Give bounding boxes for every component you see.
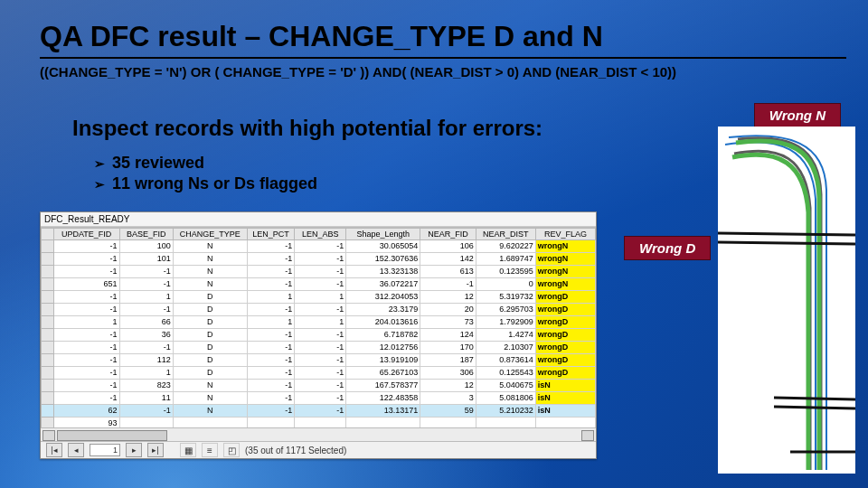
cell: isN [535, 405, 595, 418]
row-handle[interactable] [42, 304, 54, 316]
column-header[interactable]: UPDATE_FID [53, 229, 119, 240]
column-header[interactable]: Shape_Length [346, 229, 420, 240]
table-row[interactable]: -1101N-1-1152.3076361421.689747wrongN [42, 253, 596, 266]
horizontal-scrollbar[interactable] [41, 427, 596, 441]
cell: 187 [420, 354, 476, 367]
table-row[interactable]: 166D11204.013616731.792909wrongD [42, 316, 596, 329]
row-handle[interactable] [42, 316, 54, 329]
column-header[interactable]: NEAR_DIST [476, 229, 535, 240]
cell: 9.620227 [476, 240, 535, 253]
svg-line-3 [774, 407, 855, 408]
cell: 0 [476, 278, 535, 291]
cell: 1 [119, 291, 173, 304]
cell: -1 [53, 253, 119, 266]
cell: -1 [53, 304, 119, 316]
cell: 101 [119, 253, 173, 266]
svg-line-1 [718, 242, 855, 244]
cell: -1 [247, 278, 294, 291]
column-header[interactable]: LEN_PCT [247, 229, 294, 240]
row-handle[interactable] [42, 367, 54, 380]
cell: -1 [247, 380, 294, 392]
toolbar-icon[interactable]: ▦ [180, 443, 196, 457]
row-handle[interactable] [42, 266, 54, 278]
table-row[interactable]: -1100N-1-130.0650541069.620227wrongN [42, 240, 596, 253]
table-row[interactable]: -136D-1-16.7187821241.4274wrongD [42, 329, 596, 342]
cell: 112 [119, 354, 173, 367]
row-handle[interactable] [42, 329, 54, 342]
scroll-thumb[interactable] [57, 430, 167, 441]
cell: 1.689747 [476, 253, 535, 266]
cell: 11 [119, 392, 173, 405]
cell: N [173, 380, 247, 392]
wrong-d-badge: Wrong D [624, 236, 711, 260]
scroll-left-arrow-icon[interactable] [42, 430, 55, 441]
cell: 100 [119, 240, 173, 253]
table-row[interactable]: -1823N-1-1167.578377125.040675isN [42, 380, 596, 392]
cell: D [173, 354, 247, 367]
table-row[interactable]: 62-1N-1-113.13171595.210232isN [42, 405, 596, 418]
cell: 0.123595 [476, 266, 535, 278]
nav-first-button[interactable]: |◂ [46, 443, 62, 457]
cell: wrongD [535, 316, 595, 329]
column-header[interactable]: CHANGE_TYPE [173, 229, 247, 240]
cell: -1 [247, 253, 294, 266]
cell: -1 [295, 329, 346, 342]
row-handle[interactable] [42, 392, 54, 405]
cell [247, 418, 294, 428]
cell: 823 [119, 380, 173, 392]
cell: N [173, 253, 247, 266]
nav-next-button[interactable]: ▸ [126, 443, 142, 457]
toolbar-icon[interactable]: ◰ [223, 443, 240, 457]
cell: N [173, 405, 247, 418]
table-row[interactable]: -1-1D-1-112.0127561702.10307wrongD [42, 342, 596, 354]
nav-prev-button[interactable]: ◂ [68, 443, 84, 457]
bullet-item: 11 wrong Ns or Ds flagged [94, 174, 317, 193]
table-row[interactable]: -1112D-1-113.9191091870.873614wrongD [42, 354, 596, 367]
cell: -1 [119, 266, 173, 278]
table-row[interactable]: -1-1N-1-113.3231386130.123595wrongN [42, 266, 596, 278]
row-handle[interactable] [42, 291, 54, 304]
cell: -1 [53, 342, 119, 354]
cell: 20 [420, 304, 476, 316]
cell [119, 418, 173, 428]
row-handle[interactable] [42, 405, 54, 418]
table-row[interactable]: -11D11312.204053125.319732wrongD [42, 291, 596, 304]
column-header[interactable]: BASE_FID [119, 229, 173, 240]
cell: -1 [247, 342, 294, 354]
cell: 36 [119, 329, 173, 342]
table-row[interactable]: 651-1N-1-136.072217-10wrongN [42, 278, 596, 291]
row-handle[interactable] [42, 418, 54, 428]
record-number-input[interactable] [90, 444, 120, 456]
cell: 5.081806 [476, 392, 535, 405]
table-row[interactable]: -1-1D-1-123.3179206.295703wrongD [42, 304, 596, 316]
column-header[interactable]: REV_FLAG [535, 229, 595, 240]
row-handle[interactable] [42, 278, 54, 291]
scroll-right-arrow-icon[interactable] [581, 430, 594, 441]
table-row[interactable]: -111N-1-1122.4835835.081806isN [42, 392, 596, 405]
row-handle[interactable] [42, 354, 54, 367]
cell: 1 [53, 316, 119, 329]
bullet-item: 35 reviewed [94, 154, 317, 173]
svg-line-2 [774, 398, 855, 399]
inspect-heading: Inspect records with high potential for … [72, 116, 542, 141]
cell [476, 418, 535, 428]
cell: 1.792909 [476, 316, 535, 329]
cell: 1 [119, 367, 173, 380]
column-header[interactable]: LEN_ABS [295, 229, 346, 240]
column-header[interactable]: NEAR_FID [420, 229, 476, 240]
toolbar-icon[interactable]: ≡ [202, 443, 218, 457]
row-handle[interactable] [42, 253, 54, 266]
cell: 613 [420, 266, 476, 278]
table-row[interactable]: -11D-1-165.2671033060.125543wrongD [42, 367, 596, 380]
row-handle[interactable] [42, 380, 54, 392]
row-handle[interactable] [42, 240, 54, 253]
cell: -1 [53, 266, 119, 278]
cell: wrongN [535, 240, 595, 253]
row-handle[interactable] [42, 342, 54, 354]
cell: 73 [420, 316, 476, 329]
cell: 142 [420, 253, 476, 266]
nav-last-button[interactable]: ▸| [147, 443, 164, 457]
table-row[interactable]: 93 [42, 418, 596, 428]
cell: -1 [119, 342, 173, 354]
cell: 65.267103 [346, 367, 420, 380]
